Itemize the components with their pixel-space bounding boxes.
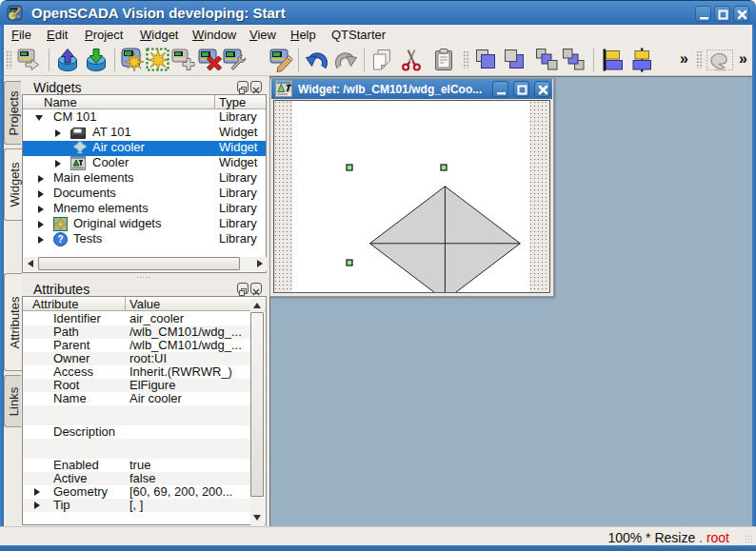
svg-text:?: ? <box>57 234 63 245</box>
